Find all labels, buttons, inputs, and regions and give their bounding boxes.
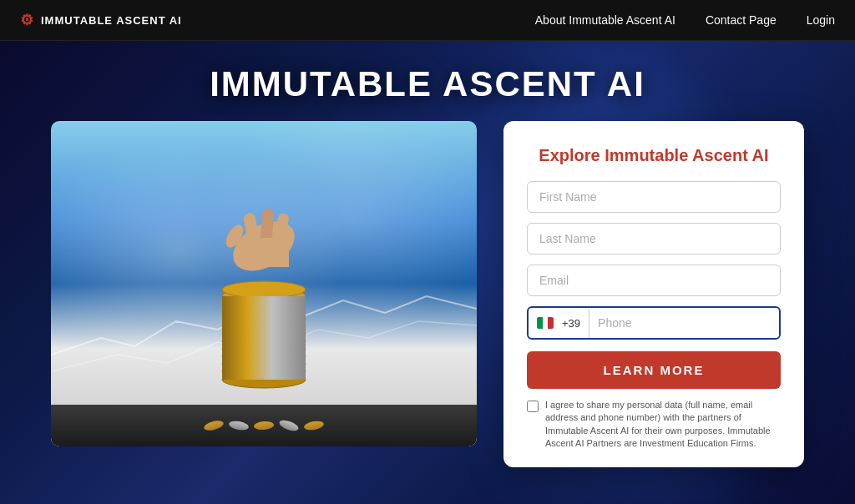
contact-link[interactable]: Contact Page [706, 13, 777, 27]
learn-more-button[interactable]: LEARN MORE [527, 351, 781, 389]
first-name-input[interactable] [527, 181, 781, 213]
ground-coin-3 [254, 421, 275, 431]
svg-point-12 [222, 281, 306, 298]
ground-coin-5 [303, 420, 324, 431]
consent-row: I agree to share my personal data (full … [527, 399, 781, 451]
form-card: Explore Immutable Ascent AI +39 LEARN MO… [503, 121, 804, 467]
phone-flag: +39 [529, 309, 589, 338]
hero-title-wrapper: IMMUTABLE ASCENT AI [0, 41, 855, 104]
phone-row: +39 [527, 306, 781, 340]
last-name-input[interactable] [527, 223, 781, 255]
content-row: Explore Immutable Ascent AI +39 LEARN MO… [0, 121, 855, 504]
email-input[interactable] [527, 265, 781, 296]
form-title-plain: Explore [539, 146, 605, 164]
phone-code: +39 [557, 317, 580, 330]
ground-coin-4 [278, 418, 300, 433]
form-title-highlight: Immutable Ascent AI [605, 146, 768, 164]
ground-coin-2 [228, 420, 249, 431]
svg-rect-20 [239, 250, 289, 267]
logo-icon: ⚙ [20, 11, 34, 29]
navigation: ⚙ IMMUTABLE ASCENT AI About Immutable As… [0, 0, 855, 41]
hero-title: IMMUTABLE ASCENT AI [0, 64, 855, 104]
phone-input[interactable] [589, 308, 779, 338]
nav-links: About Immutable Ascent AI Contact Page L… [535, 13, 835, 27]
about-link[interactable]: About Immutable Ascent AI [535, 13, 675, 27]
logo-text: IMMUTABLE ASCENT AI [41, 14, 182, 27]
ground-coin-1 [203, 419, 225, 432]
consent-text: I agree to share my personal data (full … [545, 399, 781, 451]
ground-coins [59, 413, 468, 438]
italy-flag-icon [537, 317, 554, 329]
hero-image [51, 121, 477, 446]
svg-rect-13 [222, 296, 306, 380]
logo: ⚙ IMMUTABLE ASCENT AI [20, 11, 182, 29]
coin-hand-scene [155, 163, 372, 413]
form-title: Explore Immutable Ascent AI [527, 144, 781, 166]
login-link[interactable]: Login [807, 13, 835, 27]
consent-checkbox[interactable] [527, 401, 539, 412]
